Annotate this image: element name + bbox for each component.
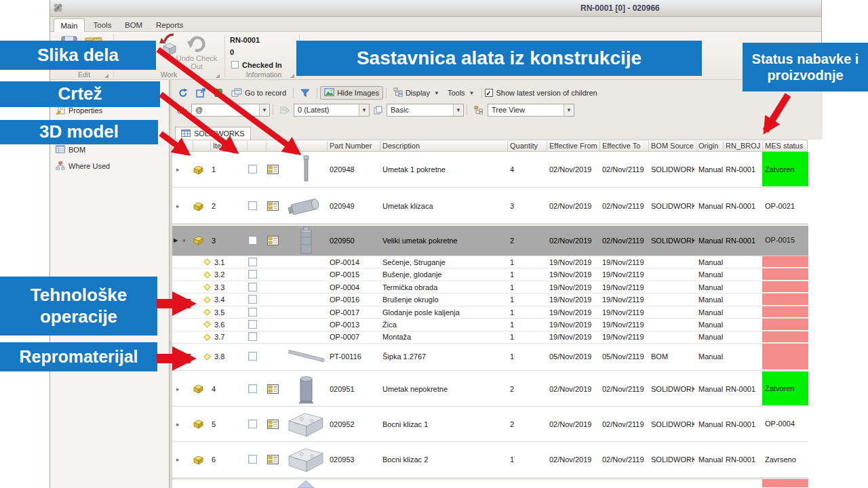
checked-in-checkbox[interactable]: [231, 61, 239, 68]
open-in-window-button[interactable]: [192, 86, 210, 100]
drawing-icon[interactable]: [267, 371, 279, 406]
cell-quantity: 1: [510, 256, 537, 268]
row-expander-collapsed-icon[interactable]: ▸: [176, 152, 180, 187]
layout-combobox[interactable]: Basic▼: [387, 104, 464, 117]
ribbon-tab-main[interactable]: Main: [54, 18, 85, 32]
tools-menu-button[interactable]: Tools▼: [443, 87, 479, 99]
column-header-mes-status[interactable]: MES status: [765, 142, 803, 150]
tree-view-icon[interactable]: [470, 104, 488, 117]
table-row[interactable]: ▸1020948Umetak 1 pokretne402/Nov/201902/…: [172, 152, 808, 188]
header-separator: [193, 141, 193, 151]
row-checkbox[interactable]: [248, 320, 257, 329]
undo-checkout-button[interactable]: Undo Check Out: [171, 54, 222, 70]
row-expander-collapsed-icon[interactable]: ▸: [176, 442, 180, 477]
column-header-effective-from[interactable]: Effective From: [549, 142, 597, 150]
grid-tab-solidworks[interactable]: SOLIDWORKS: [175, 127, 251, 140]
row-expander-collapsed-icon[interactable]: ▸: [176, 407, 180, 441]
show-latest-checkbox[interactable]: ✓: [485, 89, 493, 97]
cell-origin: Manual: [698, 407, 723, 441]
drawing-icon[interactable]: [267, 442, 279, 477]
ribbon-tab-tools[interactable]: Tools: [87, 18, 117, 32]
information-dialog-launcher[interactable]: [290, 74, 294, 78]
row-checkbox[interactable]: [248, 384, 257, 393]
column-header-part-number[interactable]: Part Number: [330, 142, 372, 150]
quick-filter-combobox[interactable]: @▼: [191, 104, 270, 117]
table-row[interactable]: 3.3OP-0004Termička obrada119/Nov/201919/…: [172, 281, 808, 294]
table-row[interactable]: [172, 479, 808, 488]
column-header-origin[interactable]: Origin: [698, 142, 718, 150]
version-history-icon[interactable]: [276, 104, 294, 117]
work-dialog-launcher[interactable]: [216, 74, 220, 78]
table-row[interactable]: ▶▾3020950Veliki umetak pokretne202/Nov/2…: [172, 226, 808, 256]
drawing-icon[interactable]: [267, 188, 279, 224]
drawing-icon[interactable]: [267, 407, 279, 441]
row-checkbox[interactable]: [248, 165, 257, 174]
cell-quantity: 1: [510, 319, 537, 330]
sidebar-item-label: Where Used: [68, 162, 110, 170]
row-expander-collapsed-icon[interactable]: ▸: [176, 188, 180, 224]
table-row[interactable]: 3.6OP-0013Žica119/Nov/201919/Nov/2119Man…: [172, 319, 808, 331]
hide-images-button[interactable]: Hide Images: [320, 86, 383, 100]
cell-effective-to: 02/Nov/2119: [602, 371, 647, 406]
callout-3d-model: 3D model: [0, 120, 158, 144]
column-header-quantity[interactable]: Quantity: [510, 142, 538, 150]
row-checkbox[interactable]: [248, 201, 257, 210]
undo-checkout-icon[interactable]: [186, 33, 206, 55]
ribbon-tab-bom[interactable]: BOM: [119, 18, 148, 32]
cell-item: 6: [212, 442, 228, 477]
row-checkbox[interactable]: [248, 295, 257, 304]
table-row[interactable]: 3.4OP-0016Brušenje okruglo119/Nov/201919…: [172, 293, 808, 306]
column-header-effective-to[interactable]: Effective To: [602, 142, 640, 150]
cell-effective-from: 02/Nov/2019: [549, 371, 598, 406]
go-to-record-button[interactable]: Go to record: [227, 86, 290, 100]
row-checkbox[interactable]: [248, 308, 257, 317]
toolbar-filters: @▼ 0 (Latest)▼ Basic▼ Tree View▼: [173, 103, 574, 117]
table-row[interactable]: ▸6020953Bocni klizac 2102/Nov/201902/Nov…: [172, 442, 808, 478]
sidebar-item-bom[interactable]: BOM: [56, 144, 85, 155]
binoculars-icon[interactable]: [173, 104, 191, 116]
view-mode-combobox[interactable]: Tree View▼: [488, 104, 574, 117]
new-record-button[interactable]: [210, 86, 227, 100]
header-separator: [762, 141, 763, 151]
row-checkbox[interactable]: [248, 352, 257, 361]
sidebar-item-where-used[interactable]: Where Used: [56, 161, 110, 171]
display-menu-button[interactable]: Display▼: [389, 85, 443, 100]
column-header-rn-broj[interactable]: RN_BROJ: [726, 142, 760, 150]
table-row[interactable]: 3.1OP-0014Sečenje, Struganje119/Nov/2019…: [172, 256, 808, 268]
ribbon-tab-reports[interactable]: Reports: [151, 18, 187, 32]
table-row[interactable]: 3.5OP-0017Glodanje posle kaljenja119/Nov…: [172, 306, 808, 319]
row-checkbox[interactable]: [248, 420, 257, 428]
table-row[interactable]: ▸5020952Bocni klizac 1202/Nov/201902/Nov…: [172, 407, 808, 442]
cell-item: 3: [212, 226, 228, 256]
column-header-item[interactable]: Item: [213, 142, 227, 150]
row-checkbox[interactable]: [248, 283, 257, 291]
row-checkbox[interactable]: [248, 258, 257, 266]
row-checkbox[interactable]: [248, 270, 257, 279]
checked-in-label: Checked In: [242, 61, 282, 69]
column-header-description[interactable]: Description: [382, 142, 420, 150]
table-row[interactable]: 3.7OP-0007Montaža119/Nov/201919/Nov/2119…: [172, 331, 808, 344]
row-checkbox[interactable]: [248, 236, 257, 245]
table-row[interactable]: 3.2OP-0015Bušenje, glodanje119/Nov/20191…: [172, 268, 808, 281]
table-row[interactable]: 3.8PT-00116Šipka 1.2767105/Nov/201905/No…: [172, 344, 808, 371]
row-expander-collapsed-icon[interactable]: ▸: [176, 371, 180, 406]
operation-icon: [203, 344, 211, 370]
drawing-icon[interactable]: [267, 226, 279, 256]
row-checkbox[interactable]: [248, 455, 257, 464]
table-row[interactable]: ▸2020949Umetak klizaca302/Nov/201902/Nov…: [172, 188, 808, 225]
row-checkbox[interactable]: [248, 332, 257, 341]
edit-dialog-launcher[interactable]: [104, 74, 108, 78]
refresh-button[interactable]: [174, 86, 192, 100]
cell-quantity: 1: [510, 331, 537, 343]
filter-button[interactable]: [296, 87, 314, 100]
layout-icon[interactable]: [370, 104, 387, 117]
display-label: Display: [406, 89, 430, 97]
chevron-down-icon: ▼: [453, 104, 463, 116]
row-expander-expanded-icon[interactable]: ▾: [182, 226, 186, 256]
drawing-icon[interactable]: [267, 152, 279, 187]
table-row[interactable]: ▸4020951Umetak nepokretne202/Nov/201902/…: [172, 371, 808, 407]
cell-effective-from: 19/Nov/2019: [549, 331, 598, 343]
version-combobox[interactable]: 0 (Latest)▼: [294, 104, 370, 117]
cell-item: 2: [212, 188, 228, 224]
column-header-bom-source[interactable]: BOM Source: [651, 142, 694, 150]
